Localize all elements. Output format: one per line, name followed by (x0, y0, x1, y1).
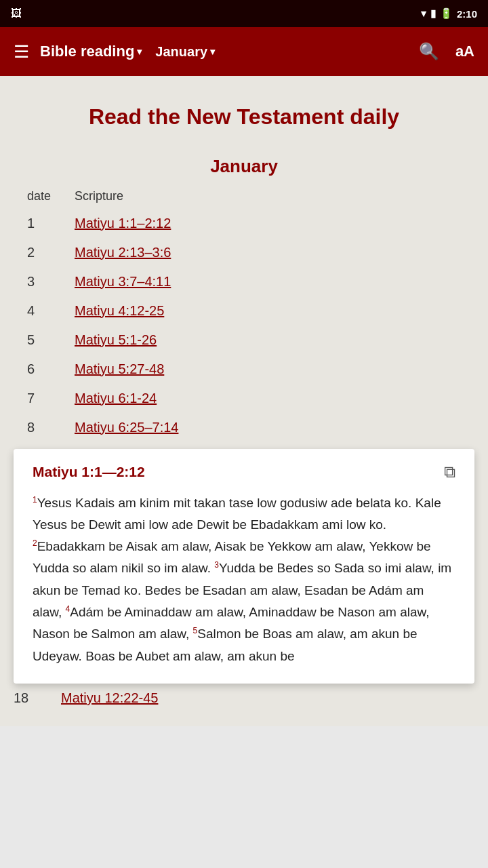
table-row: 7 Matiyu 6:1-24 (14, 384, 474, 413)
toolbar: ☰ Bible reading ▾ January ▾ 🔍 aA (0, 27, 488, 76)
external-link-button[interactable]: ⧉ (444, 462, 455, 481)
title-dropdown-arrow: ▾ (137, 46, 142, 57)
app-title-dropdown[interactable]: Bible reading ▾ (40, 43, 142, 60)
day-number: 7 (27, 391, 75, 406)
day-number: 2 (27, 245, 75, 260)
scripture-popup: Matiyu 1:1—2:12 ⧉ 1Yesus Kadais am kinim… (14, 449, 474, 684)
gallery-icon: 🖼 (11, 7, 22, 20)
reading-link[interactable]: Matiyu 5:1-26 (75, 332, 474, 348)
menu-button[interactable]: ☰ (8, 36, 35, 68)
battery-icon: 🔋 (440, 7, 453, 20)
bottom-day-number: 18 (14, 690, 61, 706)
reading-link[interactable]: Matiyu 1:1–2:12 (75, 216, 474, 231)
popup-header: Matiyu 1:1—2:12 ⧉ (33, 462, 455, 481)
table-row: 4 Matiyu 4:12-25 (14, 296, 474, 326)
page-title: Read the New Testament daily (0, 76, 488, 145)
table-row: 5 Matiyu 5:1-26 (14, 326, 474, 355)
table-row: 1 Matiyu 1:1–2:12 (14, 209, 474, 238)
reading-link[interactable]: Matiyu 6:1-24 (75, 391, 474, 406)
reading-table: date Scripture 1 Matiyu 1:1–2:12 2 Matiy… (0, 184, 488, 442)
day-number: 4 (27, 303, 75, 319)
popup-body: 1Yesus Kadais am kinim mit takan tase lo… (33, 492, 455, 667)
month-dropdown[interactable]: January ▾ (155, 44, 215, 60)
status-right: ▾ ▮ 🔋 2:10 (421, 7, 477, 20)
signal-icon: ▮ (430, 7, 436, 20)
font-size-button[interactable]: aA (450, 37, 480, 66)
table-header: date Scripture (14, 184, 474, 209)
reading-link[interactable]: Matiyu 4:12-25 (75, 303, 474, 319)
reading-link[interactable]: Matiyu 2:13–3:6 (75, 245, 474, 260)
reading-link[interactable]: Matiyu 3:7–4:11 (75, 274, 474, 290)
day-number: 3 (27, 274, 75, 290)
day-number: 1 (27, 216, 75, 231)
month-label: January (155, 44, 207, 60)
status-left: 🖼 (11, 7, 22, 20)
reading-link[interactable]: Matiyu 5:27-48 (75, 361, 474, 377)
reading-rows: 1 Matiyu 1:1–2:12 2 Matiyu 2:13–3:6 3 Ma… (14, 209, 474, 442)
month-heading: January (0, 145, 488, 184)
time-display: 2:10 (457, 8, 477, 20)
day-number: 5 (27, 332, 75, 348)
main-content: Read the New Testament daily January dat… (0, 76, 488, 726)
reading-link[interactable]: Matiyu 6:25–7:14 (75, 420, 474, 435)
month-dropdown-arrow: ▾ (210, 46, 215, 57)
wifi-icon: ▾ (421, 7, 426, 20)
popup-title: Matiyu 1:1—2:12 (33, 464, 145, 480)
bottom-reading-row: 18 Matiyu 12:22-45 (0, 684, 488, 713)
scripture-column-header: Scripture (75, 189, 474, 203)
date-column-header: date (27, 189, 75, 203)
bottom-reading-link[interactable]: Matiyu 12:22-45 (61, 690, 488, 706)
table-row: 3 Matiyu 3:7–4:11 (14, 267, 474, 296)
status-bar: 🖼 ▾ ▮ 🔋 2:10 (0, 0, 488, 27)
table-row: 8 Matiyu 6:25–7:14 (14, 413, 474, 442)
table-row: 6 Matiyu 5:27-48 (14, 355, 474, 384)
search-button[interactable]: 🔍 (413, 37, 445, 66)
app-title-label: Bible reading (40, 43, 134, 60)
day-number: 8 (27, 420, 75, 435)
day-number: 6 (27, 361, 75, 377)
table-row: 2 Matiyu 2:13–3:6 (14, 238, 474, 267)
